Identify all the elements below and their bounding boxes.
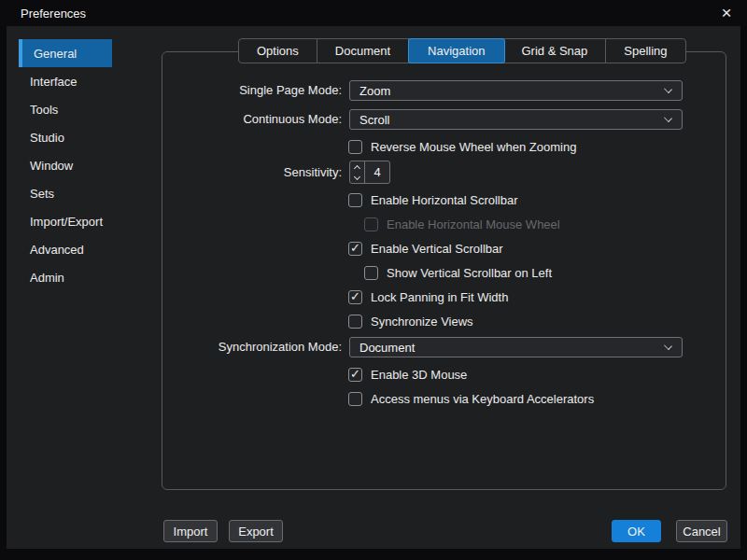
sidebar-item-general[interactable]: General xyxy=(19,39,112,67)
single-page-mode-value: Zoom xyxy=(359,84,390,98)
export-button[interactable]: Export xyxy=(229,520,283,542)
sensitivity-stepper[interactable]: 4 xyxy=(349,161,390,184)
checkbox-reverse-mouse-wheel[interactable]: Reverse Mouse Wheel when Zooming xyxy=(348,139,576,154)
titlebar: Preferences × xyxy=(0,0,747,26)
checkbox-label: Enable Vertical Scrollbar xyxy=(371,242,503,256)
cancel-button[interactable]: Cancel xyxy=(676,520,727,542)
checkbox-label: Enable 3D Mouse xyxy=(371,368,467,382)
chevron-down-icon[interactable] xyxy=(350,173,364,184)
sidebar-item-interface[interactable]: Interface xyxy=(19,67,112,95)
sidebar: GeneralInterfaceToolsStudioWindowSetsImp… xyxy=(19,39,112,291)
checkbox-lock-panning-in-fit-width[interactable]: Lock Panning in Fit Width xyxy=(348,289,508,304)
settings-panel: Single Page Mode: Zoom Continuous Mode: … xyxy=(162,51,726,490)
sidebar-item-advanced[interactable]: Advanced xyxy=(19,235,112,263)
continuous-mode-label: Continuous Mode: xyxy=(162,109,342,130)
checkbox-enable-horizontal-mouse-wheel: Enable Horizontal Mouse Wheel xyxy=(364,217,560,231)
sidebar-item-import-export[interactable]: Import/Export xyxy=(19,207,112,235)
chevron-up-icon[interactable] xyxy=(350,161,364,173)
checkbox-show-vertical-scrollbar-on-left[interactable]: Show Vertical Scrollbar on Left xyxy=(364,265,552,280)
import-button[interactable]: Import xyxy=(163,520,218,542)
checkbox-label: Lock Panning in Fit Width xyxy=(371,290,508,304)
checkbox-box[interactable] xyxy=(348,242,362,256)
sidebar-item-tools[interactable]: Tools xyxy=(19,95,112,123)
checkbox-label: Reverse Mouse Wheel when Zooming xyxy=(371,140,576,154)
synchronization-mode-value: Document xyxy=(359,341,415,355)
checkbox-label: Access menus via Keyboard Accelerators xyxy=(371,392,594,406)
checkbox-synchronize-views[interactable]: Synchronize Views xyxy=(348,314,473,329)
checkbox-box[interactable] xyxy=(348,368,362,382)
sidebar-item-admin[interactable]: Admin xyxy=(19,263,112,291)
checkbox-box[interactable] xyxy=(348,315,362,329)
checkbox-box[interactable] xyxy=(348,193,362,207)
tab-grid-snap[interactable]: Grid & Snap xyxy=(504,39,607,63)
checkbox-box[interactable] xyxy=(348,290,362,304)
checkbox-label: Enable Horizontal Mouse Wheel xyxy=(387,217,560,231)
sensitivity-value[interactable]: 4 xyxy=(365,161,389,183)
window-title: Preferences xyxy=(0,7,86,21)
tab-spelling[interactable]: Spelling xyxy=(606,39,684,63)
checkbox-box xyxy=(364,217,378,231)
checkbox-label: Synchronize Views xyxy=(371,315,473,329)
sidebar-item-studio[interactable]: Studio xyxy=(19,123,112,151)
synchronization-mode-dropdown[interactable]: Document xyxy=(349,337,683,357)
checkbox-box[interactable] xyxy=(348,392,362,406)
checkbox-label: Enable Horizontal Scrollbar xyxy=(371,193,518,207)
chevron-down-icon xyxy=(664,114,672,122)
chevron-down-icon xyxy=(664,85,672,93)
single-page-mode-dropdown[interactable]: Zoom xyxy=(349,80,683,101)
checkbox-enable-horizontal-scrollbar[interactable]: Enable Horizontal Scrollbar xyxy=(348,192,518,207)
checkbox-box[interactable] xyxy=(364,266,378,280)
checkbox-access-menus-keyboard[interactable]: Access menus via Keyboard Accelerators xyxy=(348,391,594,406)
tab-document[interactable]: Document xyxy=(317,39,409,63)
stepper-arrows xyxy=(350,161,365,183)
synchronization-mode-label: Synchronization Mode: xyxy=(162,337,342,357)
chevron-down-icon xyxy=(664,342,672,350)
sidebar-item-sets[interactable]: Sets xyxy=(19,179,112,207)
checkbox-box[interactable] xyxy=(348,140,362,154)
close-icon[interactable]: × xyxy=(713,0,740,26)
sidebar-item-window[interactable]: Window xyxy=(19,151,112,179)
checkbox-enable-3d-mouse[interactable]: Enable 3D Mouse xyxy=(348,367,467,382)
continuous-mode-dropdown[interactable]: Scroll xyxy=(349,109,683,130)
ok-button[interactable]: OK xyxy=(612,520,661,542)
tab-options[interactable]: Options xyxy=(239,39,317,63)
tab-strip: OptionsDocumentNavigationGrid & SnapSpel… xyxy=(238,38,686,63)
preferences-dialog: GeneralInterfaceToolsStudioWindowSetsImp… xyxy=(7,26,740,549)
tab-navigation[interactable]: Navigation xyxy=(408,38,504,63)
checkbox-label: Show Vertical Scrollbar on Left xyxy=(387,266,552,280)
single-page-mode-label: Single Page Mode: xyxy=(162,80,342,101)
continuous-mode-value: Scroll xyxy=(359,113,390,127)
checkbox-enable-vertical-scrollbar[interactable]: Enable Vertical Scrollbar xyxy=(348,241,503,256)
sensitivity-label: Sensitivity: xyxy=(162,161,342,184)
